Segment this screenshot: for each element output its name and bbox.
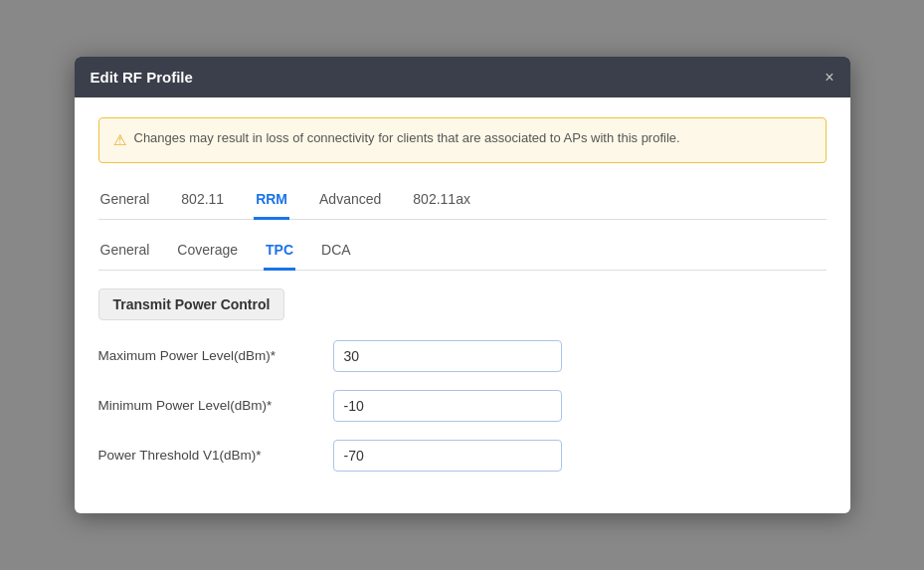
power-threshold-label: Power Threshold V1(dBm)* — [98, 448, 317, 463]
min-power-input[interactable] — [333, 390, 562, 422]
max-power-input[interactable] — [333, 340, 562, 372]
min-power-label: Minimum Power Level(dBm)* — [98, 398, 317, 413]
edit-rf-profile-modal: Edit RF Profile × ⚠ Changes may result i… — [75, 57, 850, 513]
max-power-label: Maximum Power Level(dBm)* — [98, 348, 317, 363]
alert-banner: ⚠ Changes may result in loss of connecti… — [98, 117, 827, 163]
tab-tpc[interactable]: TPC — [264, 236, 295, 271]
modal-header: Edit RF Profile × — [75, 57, 850, 97]
tab-80211ax[interactable]: 802.11ax — [411, 183, 472, 220]
modal-title: Edit RF Profile — [91, 69, 193, 86]
close-button[interactable]: × — [825, 70, 833, 86]
tab-coverage[interactable]: Coverage — [175, 236, 240, 271]
section-title-transmit-power-control: Transmit Power Control — [98, 288, 285, 320]
tab-advanced[interactable]: Advanced — [317, 183, 383, 220]
power-threshold-row: Power Threshold V1(dBm)* — [98, 440, 827, 472]
tab-80211[interactable]: 802.11 — [179, 183, 226, 220]
tab-rrm[interactable]: RRM — [254, 183, 289, 220]
alert-message: Changes may result in loss of connectivi… — [134, 128, 680, 148]
warning-icon: ⚠ — [113, 129, 126, 152]
primary-tabs: General 802.11 RRM Advanced 802.11ax — [98, 183, 827, 220]
min-power-row: Minimum Power Level(dBm)* — [98, 390, 827, 422]
power-threshold-input[interactable] — [333, 440, 562, 472]
tab-dca[interactable]: DCA — [319, 236, 353, 271]
tab-general[interactable]: General — [98, 183, 152, 220]
secondary-tabs: General Coverage TPC DCA — [98, 236, 827, 271]
tab-general-secondary[interactable]: General — [98, 236, 152, 271]
modal-body: ⚠ Changes may result in loss of connecti… — [75, 97, 850, 513]
max-power-row: Maximum Power Level(dBm)* — [98, 340, 827, 372]
